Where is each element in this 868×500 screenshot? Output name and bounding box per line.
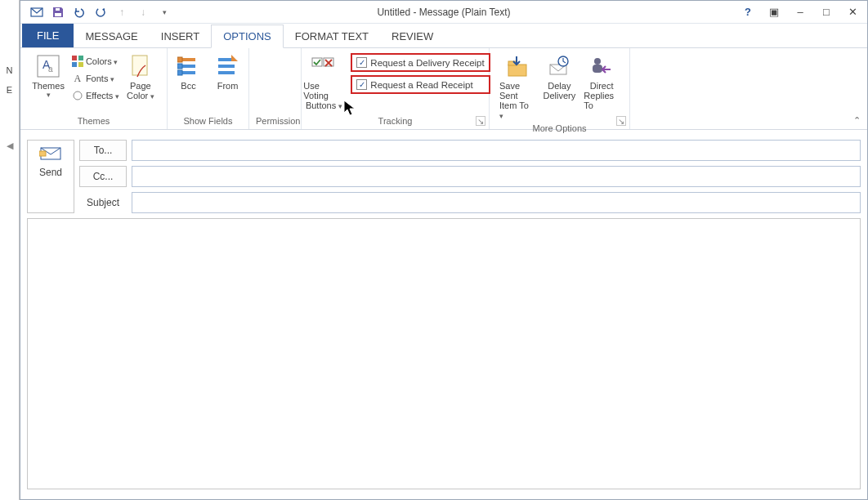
send-icon xyxy=(39,145,62,162)
tab-options[interactable]: OPTIONS xyxy=(211,25,284,48)
redo-icon[interactable] xyxy=(91,3,110,21)
svg-rect-17 xyxy=(177,64,182,69)
page-color-icon xyxy=(128,53,154,79)
delay-delivery-button[interactable]: Delay Delivery xyxy=(541,51,577,102)
svg-rect-31 xyxy=(39,151,46,156)
more-options-dialog-launcher[interactable]: ↘ xyxy=(616,116,626,126)
svg-rect-10 xyxy=(78,62,83,67)
help-button[interactable]: ? xyxy=(738,3,758,21)
sliver-letter: N xyxy=(0,60,19,80)
tracking-dialog-launcher[interactable]: ↘ xyxy=(476,116,485,126)
tab-review[interactable]: REVIEW xyxy=(380,25,445,47)
page-color-button[interactable]: Page Color xyxy=(123,51,159,102)
bcc-icon xyxy=(176,53,202,79)
use-voting-buttons[interactable]: Use Voting Buttons xyxy=(300,51,347,112)
to-row: To... xyxy=(79,140,861,161)
maximize-button[interactable]: □ xyxy=(817,3,836,21)
sliver-letter: E xyxy=(0,80,19,100)
direct-replies-icon xyxy=(588,53,615,79)
fonts-button[interactable]: AFonts xyxy=(71,70,119,87)
from-icon xyxy=(215,53,241,79)
bcc-button[interactable]: Bcc xyxy=(171,51,207,92)
themes-button[interactable]: Aa Themes ▾ xyxy=(29,51,68,100)
delivery-receipt-highlight: ✓ Request a Delivery Receipt xyxy=(351,53,490,72)
save-icon[interactable] xyxy=(48,3,68,21)
group-tracking: Use Voting Buttons ✓ Request a Delivery … xyxy=(302,48,490,129)
subject-label: Subject xyxy=(79,197,127,208)
subject-input[interactable] xyxy=(132,192,861,213)
to-button[interactable]: To... xyxy=(79,140,127,161)
save-sent-icon xyxy=(504,53,530,79)
ribbon-display-button[interactable]: ▣ xyxy=(764,3,784,21)
svg-text:a: a xyxy=(48,65,53,74)
tab-file[interactable]: FILE xyxy=(22,24,74,47)
title-bar: ↑ ↓ ▾ Untitled - Message (Plain Text) ? … xyxy=(20,1,867,24)
close-button[interactable]: ✕ xyxy=(843,3,862,21)
from-button[interactable]: From xyxy=(210,51,246,92)
address-fields: To... Cc... Subject xyxy=(79,140,861,213)
group-label-show-fields: Show Fields xyxy=(174,114,242,129)
tab-insert[interactable]: INSERT xyxy=(150,25,211,47)
svg-rect-21 xyxy=(218,71,235,74)
quick-access-toolbar: ↑ ↓ ▾ xyxy=(20,3,174,21)
group-show-fields: Bcc From Show Fields xyxy=(168,48,249,129)
effects-icon xyxy=(71,89,84,102)
qat-dropdown-icon[interactable]: ▾ xyxy=(154,3,174,21)
svg-rect-1 xyxy=(55,13,61,16)
checkbox-icon: ✓ xyxy=(356,79,367,90)
collapse-arrow-icon[interactable]: ◀ xyxy=(0,136,19,155)
collapse-ribbon-button[interactable]: ⌃ xyxy=(853,115,861,126)
group-label-more-options: More Options xyxy=(496,122,623,136)
svg-rect-24 xyxy=(508,65,526,76)
cc-row: Cc... xyxy=(79,166,861,187)
previous-item-icon: ↑ xyxy=(112,3,132,21)
background-window-sliver: N E ◀ xyxy=(0,0,20,500)
message-window: ↑ ↓ ▾ Untitled - Message (Plain Text) ? … xyxy=(20,0,868,500)
themes-subpanel: Colors AFonts Effects xyxy=(71,51,119,104)
cc-input[interactable] xyxy=(132,166,861,187)
tab-message[interactable]: MESSAGE xyxy=(74,25,149,47)
svg-rect-2 xyxy=(56,8,60,11)
group-more-options: Save Sent Item To Delay Delivery Direct … xyxy=(490,48,630,129)
undo-icon[interactable] xyxy=(69,3,89,21)
themes-label: Themes xyxy=(32,81,65,91)
effects-button[interactable]: Effects xyxy=(71,87,119,104)
direct-replies-to-button[interactable]: Direct Replies To xyxy=(580,51,623,112)
qat-window-icon[interactable] xyxy=(27,3,47,21)
themes-icon: Aa xyxy=(35,53,61,79)
window-controls: ? ▣ – □ ✕ xyxy=(738,3,862,21)
svg-rect-16 xyxy=(177,57,182,62)
svg-rect-29 xyxy=(593,65,602,73)
group-label-themes: Themes xyxy=(27,114,160,129)
subject-row: Subject xyxy=(79,192,861,213)
svg-rect-9 xyxy=(72,62,77,67)
cc-button[interactable]: Cc... xyxy=(79,166,127,187)
delay-delivery-icon xyxy=(546,53,572,79)
message-header: Send To... Cc... Subject xyxy=(27,136,861,218)
fonts-icon: A xyxy=(71,72,84,85)
svg-point-11 xyxy=(74,92,82,100)
to-input[interactable] xyxy=(132,140,861,161)
tracking-checkboxes: ✓ Request a Delivery Receipt ✓ Request a… xyxy=(351,51,490,94)
voting-icon xyxy=(311,53,337,79)
svg-point-28 xyxy=(594,58,601,65)
group-label-permission: Permission xyxy=(256,114,294,129)
request-delivery-receipt-checkbox[interactable]: ✓ Request a Delivery Receipt xyxy=(353,56,487,69)
colors-button[interactable]: Colors xyxy=(71,53,119,69)
group-themes: Aa Themes ▾ Colors AFonts Effects Page C… xyxy=(20,48,168,129)
svg-rect-7 xyxy=(72,56,77,60)
save-sent-item-to-button[interactable]: Save Sent Item To xyxy=(496,51,538,122)
send-button[interactable]: Send xyxy=(27,140,74,213)
colors-icon xyxy=(71,55,84,68)
ribbon: Aa Themes ▾ Colors AFonts Effects Page C… xyxy=(20,48,867,130)
svg-rect-22 xyxy=(312,58,322,66)
sliver-tab-fragment xyxy=(0,29,19,49)
svg-rect-8 xyxy=(78,56,83,60)
message-body[interactable] xyxy=(27,218,861,489)
ribbon-tab-strip: FILE MESSAGE INSERT OPTIONS FORMAT TEXT … xyxy=(20,24,867,48)
tab-format-text[interactable]: FORMAT TEXT xyxy=(284,25,380,47)
request-read-receipt-checkbox[interactable]: ✓ Request a Read Receipt xyxy=(353,78,487,92)
next-item-icon: ↓ xyxy=(133,3,153,21)
group-label-tracking: Tracking xyxy=(308,114,482,129)
minimize-button[interactable]: – xyxy=(790,3,810,21)
